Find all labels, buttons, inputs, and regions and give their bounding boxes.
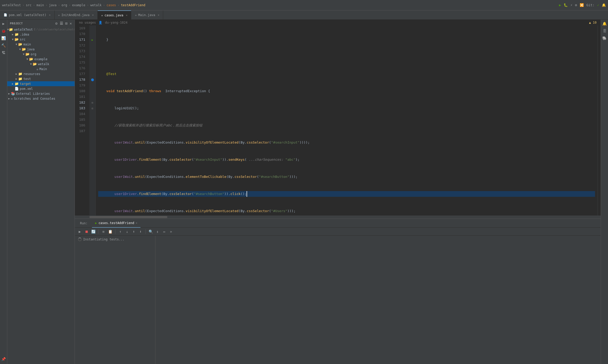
build-tool-icon[interactable]: 🔨 [1, 43, 6, 48]
bc-cases[interactable]: cases [107, 3, 116, 7]
tab-run[interactable]: Run: [77, 219, 91, 228]
git-label: Git: [586, 3, 594, 7]
tree-src[interactable]: ▼ 📂 src [7, 37, 75, 42]
vertical-scrollbar[interactable] [598, 25, 601, 215]
bottom-toolbar: ▶ ⏹ 🔄 ≡ 📋 ↑ ↓ ⬆ ⬇ 🔍 ↕ ↔ » [75, 228, 601, 236]
profiler-icon[interactable]: 📊 [1, 35, 6, 41]
tree-label-target: target [20, 82, 31, 86]
bc-wetalktest[interactable]: wetalkTest [2, 3, 21, 7]
code-area: 169 170 171 172 173 174 175 176 177 178 … [75, 25, 601, 215]
prev-fail-btn[interactable]: ↑ [117, 229, 123, 234]
run-tab-label: Run: [80, 221, 88, 225]
pin-icon[interactable]: 📌 [1, 356, 6, 362]
tree-org[interactable]: ▼ 📂 org [7, 52, 75, 57]
debug-icon[interactable]: 🐛 [564, 3, 568, 7]
tree-wetalk[interactable]: ▼ 📂 wetalk [7, 62, 75, 66]
sidebar-collapse-icon[interactable]: ☰ [60, 21, 63, 25]
collapse-btn[interactable]: ↔ [161, 229, 167, 234]
toolbar-sep3 [146, 229, 146, 234]
bc-main[interactable]: main [36, 3, 44, 7]
tab-cases-close[interactable]: ✕ [126, 14, 127, 17]
bc-org[interactable]: org [62, 3, 67, 7]
sidebar: Project ⚙ ☰ ⊡ ✕ ▼ 📁 wetalkTest E:\icode\… [7, 20, 75, 364]
tab-main-close[interactable]: ✕ [158, 14, 159, 16]
tab-main[interactable]: ☕ Main.java ✕ [131, 10, 163, 20]
up-btn[interactable]: ⬆ [131, 229, 137, 234]
tree-mainfile[interactable]: ▶ ☕ Main [7, 66, 75, 71]
bc-wetalk[interactable]: wetalk [90, 3, 101, 7]
gutter-fold2[interactable]: ⊟ [89, 105, 95, 111]
run-tool-icon[interactable]: ▶ [1, 21, 6, 26]
tree-java[interactable]: ▼ 📂 java [7, 47, 75, 52]
structure-icon[interactable]: 🏗 [1, 50, 6, 56]
test-tree-panel: Instantiating tests... [75, 236, 155, 364]
debug-tool-icon[interactable]: 🐞 [1, 28, 6, 34]
tree-test[interactable]: ▶ 📁 test [7, 76, 75, 81]
bc-example[interactable]: example [72, 3, 85, 7]
tree-label-resources: resources [23, 72, 40, 76]
sidebar-close-icon[interactable]: ✕ [70, 21, 72, 25]
tab-pom-label: pom.xml (wetalkTest) [9, 13, 47, 17]
run-btn[interactable]: ▶ [77, 229, 83, 234]
sort-btn[interactable]: ≡ [101, 229, 106, 234]
cases-icon: ☕ [101, 14, 103, 17]
editor-info-bar: no usages 👤 du-yang-1024 ▲ 10 [75, 20, 601, 25]
tab-cases[interactable]: ☕ cases.java ✕ [98, 10, 131, 20]
expand-btn[interactable]: ↕ [155, 229, 160, 234]
tab-pom[interactable]: 📄 pom.xml (wetalkTest) ✕ [0, 10, 55, 20]
down-btn[interactable]: ⬇ [138, 229, 143, 234]
vcs-icon[interactable]: 🔀 [580, 3, 584, 7]
settings-icon[interactable]: ⚙ [575, 3, 577, 7]
coverage-icon[interactable]: ⚡ [570, 3, 572, 7]
tree-target[interactable]: ▶ 📁 target [7, 81, 75, 86]
tree-resources[interactable]: ▶ 📁 resources [7, 71, 75, 76]
warning-label: ▲ 10 [589, 21, 597, 24]
gutter-fold1[interactable]: ⊟ [89, 100, 95, 105]
gradle-icon[interactable]: 🐘 [602, 35, 607, 41]
tree-main[interactable]: ▼ 📂 main [7, 42, 75, 47]
author-label: du-yang-1024 [105, 21, 128, 24]
loading-spinner [78, 238, 82, 241]
tree-idea[interactable]: ▶ 📁 .idea [7, 32, 75, 37]
cases-run-close[interactable]: ✕ [136, 221, 137, 224]
tab-init-close[interactable]: ✕ [92, 14, 94, 16]
tree-example[interactable]: ▼ 📂 example [7, 57, 75, 62]
sidebar-expand-icon[interactable]: ⊡ [65, 21, 68, 25]
bc-java[interactable]: java [49, 3, 57, 7]
bc-method[interactable]: testAddFriend [121, 3, 145, 7]
notification-icon[interactable]: 🔔 [602, 3, 606, 7]
tree-wetalktest[interactable]: ▼ 📁 wetalkTest E:\icode\workplace\chatro… [7, 27, 75, 32]
gutter-debug-icon[interactable]: 🔵 [89, 77, 95, 83]
rerun-btn[interactable]: 🔄 [90, 229, 96, 234]
tab-cases-run[interactable]: ▶ cases.testAddFriend ✕ [92, 219, 141, 228]
build-icon[interactable]: ▶ [559, 3, 561, 7]
gutter-test-icon[interactable]: ▶ [89, 37, 95, 43]
toolbar-icons: ▶ 🐛 ⚡ ⚙ 🔀 Git: ✓ 🔔 [559, 3, 606, 7]
tree-label-test: test [23, 77, 31, 81]
init-icon: ☕ [58, 13, 60, 17]
filter-btn[interactable]: 📋 [107, 229, 113, 234]
next-fail-btn[interactable]: ↓ [124, 229, 130, 234]
tree-label-main: main [23, 43, 31, 46]
stop-btn[interactable]: ⏹ [84, 229, 89, 234]
tree-label-scratches: Scratches and Consoles [14, 97, 55, 100]
bottom-tabs: Run: ▶ cases.testAddFriend ✕ [75, 219, 601, 228]
tree-scratches[interactable]: ▶ ✏️ Scratches and Consoles [7, 96, 75, 101]
tab-pom-close[interactable]: ✕ [49, 14, 51, 16]
usages-label: no usages [79, 21, 96, 24]
database-icon[interactable]: 🗄 [602, 28, 607, 34]
git-status-icon[interactable]: ✓ [597, 3, 599, 7]
notification-right-icon[interactable]: 🔔 [602, 21, 607, 26]
tab-init[interactable]: ☕ InitAndEnd.java ✕ [55, 10, 98, 20]
sidebar-settings-icon[interactable]: ⚙ [55, 21, 58, 25]
tree-label-example: example [34, 57, 48, 61]
toolbar-sep1 [98, 229, 98, 234]
bc-src[interactable]: src [26, 3, 31, 7]
tree-pomxml[interactable]: ▶ 📄 pom.xml [7, 86, 75, 91]
more-btn[interactable]: » [168, 229, 174, 234]
tree-external-libs[interactable]: ▶ 📚 External Libraries [7, 91, 75, 96]
left-icons-panel: ▶ 🐞 📊 🔨 🏗 📌 [0, 20, 7, 364]
search-btn[interactable]: 🔍 [148, 229, 154, 234]
code-content[interactable]: } @Test void testAddFriend() throws Inte… [96, 25, 598, 215]
horizontal-scrollbar[interactable] [75, 215, 601, 219]
